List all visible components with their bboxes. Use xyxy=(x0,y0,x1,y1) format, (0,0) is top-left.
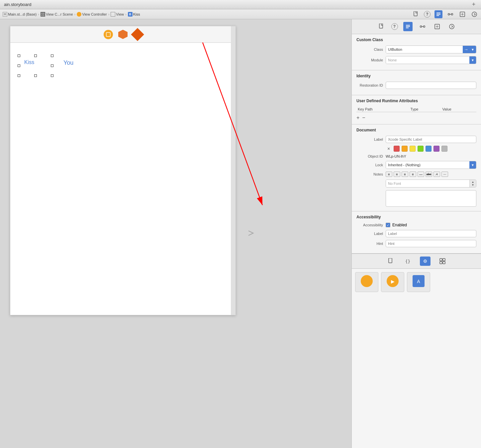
document-label-label: Label xyxy=(356,137,383,141)
notes-font[interactable]: A xyxy=(433,172,440,177)
lock-row: Lock Inherited - (Nothing) ▼ xyxy=(356,161,476,169)
connections-inspector-button[interactable] xyxy=(446,10,454,18)
size-inspector-button[interactable] xyxy=(458,10,466,18)
udra-title: User Defined Runtime Attributes xyxy=(356,99,476,103)
acc-hint-label: Hint xyxy=(356,242,383,246)
add-tab-button[interactable]: + xyxy=(470,1,477,8)
inspector-file-icon[interactable] xyxy=(377,22,386,31)
enabled-checkbox[interactable]: ✓ xyxy=(386,223,390,227)
breadcrumb-label-view: View xyxy=(116,12,124,16)
handle-bl xyxy=(18,74,20,77)
notes-align-left[interactable]: ≡ xyxy=(386,172,392,177)
udra-col-keypath: Key Path xyxy=(356,107,409,112)
swatch-red[interactable] xyxy=(394,146,400,152)
obj-thumb-3[interactable]: A xyxy=(407,272,430,292)
breadcrumb-item-vc[interactable]: View Controller xyxy=(77,12,107,17)
module-select-wrapper[interactable]: None ▼ xyxy=(386,56,476,64)
kiss-button[interactable]: Kiss xyxy=(24,59,34,65)
main-content: Kiss You xyxy=(0,19,481,448)
swatch-purple[interactable] xyxy=(433,146,439,152)
notes-dash[interactable]: — xyxy=(418,172,424,177)
lock-label: Lock xyxy=(356,163,383,167)
udra-remove-button[interactable]: − xyxy=(362,115,365,121)
main-storyboard-icon: M xyxy=(3,12,7,17)
swatch-yellow[interactable] xyxy=(410,146,416,152)
inspector-identity-icon[interactable] xyxy=(403,22,413,31)
breadcrumb-sep-3: › xyxy=(108,12,110,16)
class-select-wrapper[interactable]: UIButton → ▼ xyxy=(386,45,476,53)
storyboard-canvas[interactable]: Kiss You xyxy=(10,26,236,315)
canvas-body[interactable]: Kiss You xyxy=(10,43,236,315)
breadcrumb-item-scene[interactable]: View C...r Scene xyxy=(41,12,73,17)
inspector-size-icon[interactable] xyxy=(433,22,442,31)
inspector-connections-icon[interactable] xyxy=(418,22,427,31)
notes-more[interactable]: ··· xyxy=(441,172,448,177)
b-button-icon: B xyxy=(128,12,133,17)
identity-title: Identity xyxy=(356,74,476,78)
bottom-tab-library[interactable] xyxy=(437,257,448,266)
svg-rect-39 xyxy=(443,261,445,264)
you-label: You xyxy=(63,59,73,66)
bottom-tab-code[interactable]: {} xyxy=(403,257,413,266)
notes-row: Notes ≡ ≡ ≡ ≡ — abc A ··· xyxy=(356,172,476,177)
help-inspector-button[interactable]: ? xyxy=(424,11,431,18)
forward-button[interactable] xyxy=(470,10,478,18)
swatch-green[interactable] xyxy=(418,146,424,152)
svg-text:▶: ▶ xyxy=(391,279,395,284)
svg-rect-9 xyxy=(436,15,439,16)
breadcrumb-label-kiss: Kiss xyxy=(133,12,140,16)
udra-actions: + − xyxy=(356,115,476,121)
canvas-header xyxy=(10,26,236,43)
obj-thumb-1[interactable] xyxy=(355,272,378,292)
inspector-forward-icon[interactable] xyxy=(447,22,456,31)
accessibility-label-row: Label xyxy=(356,230,476,237)
notes-strikethrough[interactable]: abc xyxy=(426,172,432,177)
handle-ml xyxy=(18,64,20,67)
svg-point-11 xyxy=(451,13,453,15)
bottom-tab-file[interactable] xyxy=(385,257,396,266)
breadcrumb-sep-2: › xyxy=(74,12,76,16)
module-label: Module xyxy=(356,58,383,62)
color-swatches: × xyxy=(386,146,447,152)
breadcrumb-sep-4: › xyxy=(125,12,127,16)
swatch-orange[interactable] xyxy=(402,146,408,152)
nav-arrow[interactable] xyxy=(246,228,256,239)
udra-col-value: Value xyxy=(441,107,476,112)
color-swatches-row: × xyxy=(386,146,476,152)
lock-value: Inherited - (Nothing) xyxy=(386,161,469,169)
breadcrumb-item-kiss[interactable]: B Kiss xyxy=(128,12,140,17)
notes-align-right[interactable]: ≡ xyxy=(402,172,408,177)
handle-tl xyxy=(18,54,20,57)
svg-rect-17 xyxy=(106,33,110,37)
inspector-toolbar: ? xyxy=(352,19,481,34)
document-title: Document xyxy=(356,128,476,132)
identity-inspector-button[interactable] xyxy=(434,10,442,18)
swatch-gray[interactable] xyxy=(441,146,447,152)
obj-thumb-2[interactable]: ▶ xyxy=(381,272,404,292)
document-section: Document Label × Object ID xyxy=(352,124,481,211)
breadcrumb-item-main[interactable]: M Main.st...d (Base) xyxy=(3,12,37,17)
notes-justify[interactable]: ≡ xyxy=(410,172,416,177)
restoration-id-input[interactable] xyxy=(386,82,476,89)
document-label-input[interactable] xyxy=(386,136,476,143)
swatch-x[interactable]: × xyxy=(386,146,392,152)
font-select-wrapper[interactable]: No Font ▲▼ xyxy=(386,180,476,187)
udra-add-button[interactable]: + xyxy=(356,115,359,121)
inspector-help-icon[interactable]: ? xyxy=(391,23,398,30)
module-row: Module None ▼ xyxy=(356,56,476,64)
svg-rect-3 xyxy=(42,15,42,16)
acc-label-input[interactable] xyxy=(386,230,476,237)
breadcrumb-item-view[interactable]: View xyxy=(111,12,124,17)
swatch-blue[interactable] xyxy=(426,146,432,152)
bottom-tab-identity[interactable] xyxy=(420,257,431,266)
canvas-scrollbar[interactable] xyxy=(231,26,236,315)
notes-textarea[interactable] xyxy=(386,190,476,207)
handle-tm xyxy=(34,54,37,57)
orange-hex-icon xyxy=(118,30,128,39)
file-inspector-button[interactable] xyxy=(412,10,420,18)
notes-label: Notes xyxy=(356,172,383,176)
acc-hint-input[interactable] xyxy=(386,240,476,247)
accessibility-hint-row: Hint xyxy=(356,240,476,247)
lock-select-wrapper[interactable]: Inherited - (Nothing) ▼ xyxy=(386,161,476,169)
notes-align-center[interactable]: ≡ xyxy=(394,172,400,177)
